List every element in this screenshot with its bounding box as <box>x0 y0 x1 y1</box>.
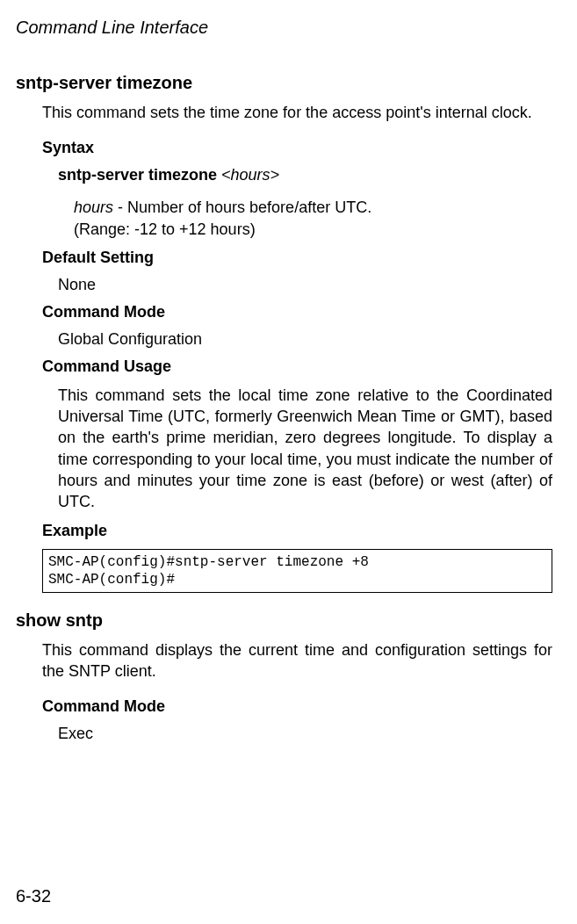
syntax-heading: Syntax <box>42 139 552 157</box>
parameter-rest: - Number of hours before/after UTC. <box>113 199 371 216</box>
syntax-command-param: <hours> <box>221 166 279 184</box>
command-mode-heading-2: Command Mode <box>42 697 552 716</box>
parameter-range: (Range: -12 to +12 hours) <box>74 220 256 238</box>
page-header: Command Line Interface <box>16 18 552 38</box>
default-setting-value: None <box>58 276 552 294</box>
default-setting-heading: Default Setting <box>42 249 552 267</box>
parameter-description: hours - Number of hours before/after UTC… <box>74 197 552 240</box>
page-number: 6-32 <box>16 886 51 906</box>
command-usage-text: This command sets the local time zone re… <box>58 385 552 513</box>
command-usage-heading: Command Usage <box>42 357 552 376</box>
section-title-sntp-server-timezone: sntp-server timezone <box>16 73 552 93</box>
example-heading: Example <box>42 522 552 540</box>
section2-description: This command displays the current time a… <box>42 639 552 682</box>
syntax-command-bold: sntp-server timezone <box>58 166 217 184</box>
command-mode-value-1: Global Configuration <box>58 330 552 349</box>
example-code-block: SMC-AP(config)#sntp-server timezone +8 S… <box>42 549 552 593</box>
syntax-line: sntp-server timezone <hours> <box>58 166 552 184</box>
command-mode-heading-1: Command Mode <box>42 303 552 321</box>
section-title-show-sntp: show sntp <box>16 610 552 631</box>
section1-description: This command sets the time zone for the … <box>42 102 552 123</box>
parameter-name: hours <box>74 199 113 216</box>
command-mode-value-2: Exec <box>58 725 552 743</box>
